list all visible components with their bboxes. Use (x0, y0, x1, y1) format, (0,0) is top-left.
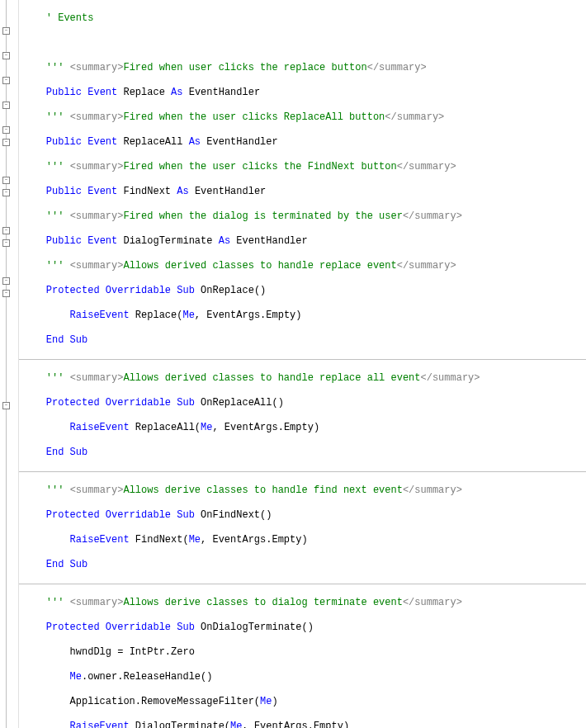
keyword: End Sub (46, 334, 87, 346)
region-separator (19, 471, 586, 472)
keyword: Protected (46, 285, 100, 296)
identifier: ReplaceAll (135, 422, 195, 433)
fold-box[interactable]: - (2, 227, 10, 234)
keyword: Sub (177, 509, 195, 521)
keyword: Event (87, 186, 117, 197)
outline-line (6, 0, 7, 728)
doc-text: Allows derive classes to dialog terminat… (123, 597, 402, 608)
method: ReleaseHandle (123, 671, 201, 683)
keyword: Me (70, 671, 82, 683)
keyword: RaiseEvent (70, 534, 130, 546)
fold-box[interactable]: - (2, 277, 10, 285)
keyword: Overridable (106, 509, 171, 521)
xml-tag: </summary> (397, 260, 456, 272)
doc-text: Allows derived classes to handle replace… (123, 260, 396, 272)
type: EventArgs (254, 721, 308, 728)
keyword: Event (87, 136, 117, 148)
code-area[interactable]: ' Events ''' <summary>Fired when user cl… (19, 0, 586, 728)
member: Empty (284, 422, 314, 433)
identifier: ReplaceAll (123, 136, 182, 148)
xml-tag: <summary> (70, 161, 124, 173)
xml-tag: <summary> (70, 210, 124, 222)
xml-tag: </summary> (403, 485, 462, 496)
keyword: End Sub (46, 447, 87, 458)
type: EventHandler (206, 136, 277, 148)
xml-tag: <summary> (70, 260, 124, 272)
method: OnReplace (201, 285, 254, 296)
type: EventHandler (236, 235, 307, 247)
fold-box[interactable]: - (2, 77, 10, 84)
doc-comment: ''' (46, 485, 70, 496)
type: EventHandler (189, 87, 260, 98)
keyword: Public (46, 136, 82, 148)
doc-text: Allows derived classes to handle replace… (123, 372, 420, 384)
doc-text: Fired when the dialog is terminated by t… (123, 210, 402, 222)
member: Zero (171, 646, 195, 658)
keyword: Me (189, 534, 201, 546)
doc-comment: ''' (46, 62, 70, 73)
identifier: FindNext (135, 534, 183, 546)
identifier: FindNext (123, 186, 171, 197)
keyword: Event (87, 87, 117, 98)
type: EventArgs (224, 422, 278, 433)
doc-comment: ''' (46, 597, 70, 608)
keyword: As (189, 136, 201, 148)
keyword: Me (260, 696, 272, 707)
identifier: DialogTerminate (135, 721, 224, 728)
doc-text: Fired when the user clicks the FindNext … (123, 161, 396, 173)
doc-comment: ''' (46, 161, 70, 173)
fold-box[interactable]: - (2, 52, 10, 59)
fold-box[interactable]: - (2, 189, 10, 196)
region-separator (19, 359, 586, 360)
member: Empty (314, 721, 343, 728)
fold-box[interactable]: - (2, 126, 10, 134)
doc-text: Allows derive classes to handle find nex… (123, 485, 402, 496)
xml-tag: <summary> (70, 111, 124, 123)
member: Empty (266, 310, 295, 321)
fold-box[interactable]: - (2, 102, 10, 109)
keyword: End Sub (46, 559, 87, 570)
doc-comment: ''' (46, 210, 70, 222)
identifier: Replace (123, 87, 164, 98)
xml-tag: <summary> (70, 372, 124, 384)
keyword: Protected (46, 622, 100, 633)
keyword: Me (201, 422, 212, 433)
keyword: Sub (177, 397, 195, 409)
keyword: Sub (177, 285, 195, 296)
doc-text: Fired when the user clicks ReplaceAll bu… (123, 111, 385, 123)
keyword: Overridable (106, 397, 171, 409)
fold-box[interactable]: - (2, 27, 10, 35)
type: EventHandler (195, 186, 266, 197)
keyword: Event (87, 235, 117, 247)
keyword: Overridable (106, 622, 171, 633)
code-editor[interactable]: - - - - - - - - - - - - - ' Events ''' <… (0, 0, 586, 728)
identifier: DialogTerminate (123, 235, 212, 247)
xml-tag: </summary> (403, 597, 462, 608)
method: OnReplaceAll (201, 397, 272, 409)
folding-gutter: - - - - - - - - - - - - - (0, 0, 19, 728)
type: Application (70, 696, 135, 707)
keyword: Sub (177, 622, 195, 633)
fold-box[interactable]: - (2, 402, 10, 409)
method: OnFindNext (201, 509, 260, 521)
keyword: Me (230, 721, 242, 728)
fold-box[interactable]: - (2, 239, 10, 247)
identifier: Replace (135, 310, 177, 321)
fold-box[interactable]: - (2, 177, 10, 184)
xml-tag: <summary> (70, 485, 124, 496)
fold-box[interactable]: - (2, 139, 10, 146)
fold-box[interactable]: - (2, 290, 10, 297)
keyword: Overridable (106, 285, 171, 296)
member: owner (87, 671, 117, 683)
method: RemoveMessageFilter (141, 696, 254, 707)
type: EventArgs (212, 534, 266, 546)
xml-tag: </summary> (385, 111, 444, 123)
doc-text: Fired when user clicks the replace butto… (123, 62, 366, 73)
keyword: RaiseEvent (70, 310, 130, 321)
keyword: Me (182, 310, 194, 321)
doc-comment: ''' (46, 111, 70, 123)
keyword: Protected (46, 509, 100, 521)
keyword: Public (46, 186, 82, 197)
xml-tag: </summary> (397, 161, 456, 173)
keyword: As (171, 87, 182, 98)
